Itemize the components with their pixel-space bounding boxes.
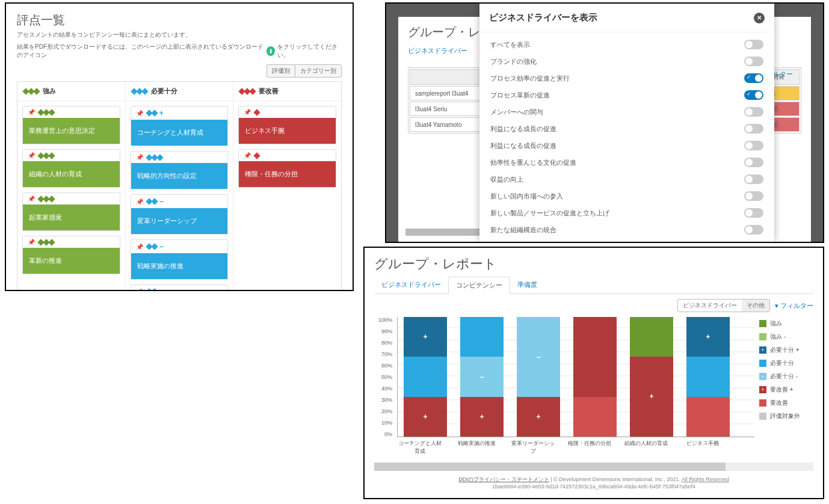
by-rating-button[interactable]: 評価別 [267, 64, 295, 78]
tab-business-driver[interactable]: ビジネスドライバー [408, 46, 467, 55]
competency-card[interactable]: 📌+コーチングと人材育成 [131, 106, 229, 146]
driver-row: 新しい国内市場への参入 [479, 188, 774, 204]
group-report-title: グループ・レポート [374, 255, 813, 273]
bar: ++ [404, 317, 447, 437]
card-title: 起業家感覚 [23, 204, 120, 230]
driver-toggle[interactable] [744, 90, 763, 100]
pin-icon[interactable]: 📌 [28, 195, 35, 202]
bar: +− [517, 317, 560, 437]
pin-icon[interactable]: 📌 [28, 239, 35, 245]
rating-columns: 強み📌業務運営上の意思決定📌組織の人材の育成📌起業家感覚📌革新の推進必要十分📌+… [17, 81, 342, 291]
business-driver-modal: ビジネスドライバーを表示 ✕ すべてを表示ブランドの強化プロセス効率の促進と実行… [479, 4, 774, 242]
tab[interactable]: コンピテンシー [448, 277, 510, 294]
legend-item: +要改善 + [759, 386, 813, 394]
driver-label: プロセス効率の促進と実行 [490, 74, 570, 83]
card-title: 業務運営上の意思決定 [23, 118, 120, 144]
x-tick: ビジネス手腕 [681, 440, 724, 455]
driver-row: 利益になる成長の促進 [479, 120, 774, 137]
competency-card[interactable]: 📌− [131, 284, 229, 291]
card-title: 戦略的方向性の設定 [131, 163, 228, 189]
competency-card[interactable]: 📌−戦略実施の推進 [131, 239, 229, 280]
legend-item: 強み [759, 319, 813, 328]
driver-toggle[interactable] [744, 242, 763, 243]
legend-item: 強み - [759, 333, 813, 341]
pin-icon[interactable]: 📌 [136, 154, 143, 161]
competency-card[interactable]: 📌業務運営上の意思決定 [22, 106, 120, 144]
privacy-link[interactable]: DDIのプライバシー・ステートメント [458, 476, 549, 482]
driver-toggle[interactable] [744, 191, 763, 201]
driver-toggle[interactable] [744, 225, 763, 235]
competency-card[interactable]: 📌革新の推進 [22, 236, 120, 274]
card-title: 革新の推進 [23, 248, 120, 274]
page-title: 評点一覧 [17, 12, 342, 28]
driver-toggle[interactable] [744, 40, 763, 49]
card-title: ビジネス手腕 [239, 118, 336, 144]
download-icon[interactable]: ⬇ [267, 46, 275, 56]
x-tick: 戦略実施の推進 [455, 440, 498, 455]
tab[interactable]: ビジネスドライバー [374, 277, 448, 293]
x-axis: コーチングと人材育成戦略実施の推進変革リーダーシップ権限・任務の分担組織の人材の… [374, 440, 813, 455]
funnel-icon: ▾ [775, 302, 778, 309]
y-axis: 100%90%80%70%60%50%40%30%20%10%0% [374, 317, 392, 437]
pin-icon[interactable]: 📌 [136, 289, 143, 292]
by-category-button[interactable]: カテゴリー別 [295, 64, 342, 78]
driver-label: 収益の向上 [490, 175, 523, 184]
legend-item: −必要十分 - [759, 372, 813, 381]
pin-icon[interactable]: 📌 [244, 109, 251, 115]
column-header: 強み [43, 87, 56, 96]
pin-icon[interactable]: 📌 [136, 110, 143, 117]
driver-label: すべてを表示 [490, 40, 530, 49]
driver-label: 利益になる成長の促進 [490, 124, 556, 134]
bar: + [686, 317, 730, 437]
card-title: 変革リーダーシップ [131, 208, 228, 234]
competency-card[interactable]: 📌組織の人材の育成 [22, 149, 120, 188]
driver-row: メンバーへの関与 [479, 103, 774, 120]
bar [573, 317, 617, 437]
column-header: 必要十分 [151, 87, 177, 96]
driver-row: 収益の向上 [479, 171, 774, 188]
driver-label: 新しい国内市場への参入 [490, 192, 563, 201]
driver-toggle[interactable] [744, 174, 763, 184]
driver-modal-panel: グループ・レポート ビジネスドライバー コンピテンシー ▾ フィルター 氏名 顧… [385, 2, 824, 243]
competency-card[interactable]: 📌権限・任務の分担 [238, 149, 336, 188]
driver-label: ブランドの強化 [490, 57, 537, 66]
pin-icon[interactable]: 📌 [136, 198, 143, 205]
competency-card[interactable]: 📌−変革リーダーシップ [131, 194, 229, 235]
driver-row: 効率性を重んじる文化の促進 [479, 154, 774, 171]
driver-toggle[interactable] [744, 141, 763, 150]
pin-icon[interactable]: 📌 [28, 109, 35, 115]
pin-icon[interactable]: 📌 [244, 152, 251, 159]
driver-label: 新たな組織構造の統合 [490, 226, 556, 235]
filter-label: フィルター [780, 302, 813, 309]
driver-row: 競争戦略の実行 [479, 238, 774, 243]
driver-toggle[interactable] [744, 124, 763, 134]
view-segmented-control[interactable]: ビジネスドライバー その他 [677, 299, 770, 312]
download-hint-suffix: をクリックしてください。 [277, 43, 342, 60]
pin-icon[interactable]: 📌 [28, 152, 35, 159]
report-tabs: ビジネスドライバーコンピテンシー準備度 [374, 277, 813, 294]
pin-icon[interactable]: 📌 [136, 244, 143, 250]
driver-row: プロセス効率の促進と実行 [479, 70, 774, 87]
download-hint: 結果をPDF形式でダウンロードするには、このページの上部に表示されているダウンロ… [17, 43, 342, 60]
competency-card[interactable]: 📌戦略的方向性の設定 [131, 151, 229, 189]
seg-business-driver[interactable]: ビジネスドライバー [678, 300, 742, 312]
competency-card[interactable]: 📌起業家感覚 [22, 192, 120, 231]
tab[interactable]: 準備度 [510, 277, 544, 293]
driver-toggle[interactable] [744, 208, 763, 218]
driver-toggle[interactable] [744, 158, 763, 167]
x-tick: 変革リーダーシップ [511, 440, 555, 455]
footer-rights: All Rights Reserved [682, 476, 729, 482]
driver-toggle[interactable] [744, 107, 763, 117]
competency-card[interactable]: 📌ビジネス手腕 [238, 106, 336, 144]
x-tick: コーチングと人材育成 [398, 440, 442, 455]
driver-toggle[interactable] [744, 57, 763, 66]
ratings-list-panel: 評点一覧 アセスメントの結果をコンピテンシー毎に表にまとめています。 結果をPD… [5, 2, 354, 291]
chart-scrollbar[interactable] [374, 463, 813, 471]
driver-toggle[interactable] [744, 73, 763, 83]
driver-label: プロセス革新の促進 [490, 91, 550, 100]
seg-other[interactable]: その他 [742, 300, 769, 312]
close-icon[interactable]: ✕ [754, 13, 765, 23]
filter-link[interactable]: ▾ フィルター [775, 301, 813, 310]
driver-row: プロセス革新の促進 [479, 87, 774, 103]
group-report-chart-panel: グループ・レポート ビジネスドライバーコンピテンシー準備度 ビジネスドライバー … [363, 247, 824, 499]
